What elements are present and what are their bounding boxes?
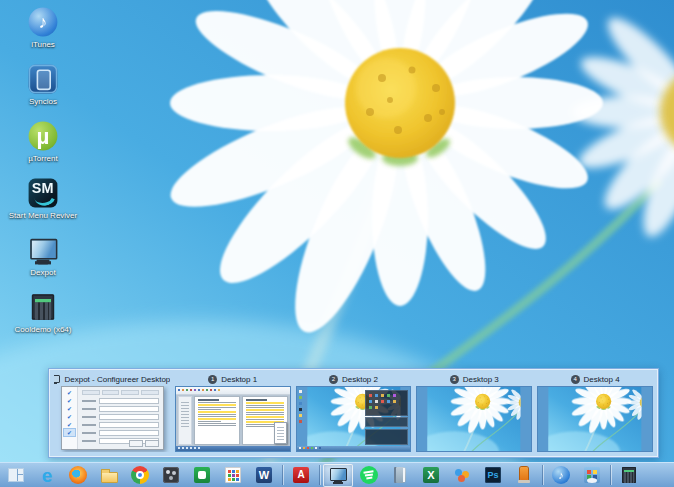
mini-window-2 — [365, 429, 408, 445]
taskbar-word[interactable]: W — [249, 464, 279, 487]
itunes-icon: ♪ — [27, 6, 59, 38]
file-explorer-icon — [99, 465, 119, 485]
desktop-number-badge: 3 — [450, 375, 459, 384]
mini-taskbar-strip — [297, 446, 411, 451]
cooldemo-icon — [27, 291, 59, 323]
desktop-icon-label: Syncios — [29, 98, 57, 107]
taskbar-dexpot[interactable] — [323, 464, 353, 487]
word-icon: W — [254, 465, 274, 485]
preview-thumbnail[interactable] — [296, 386, 412, 452]
desktop-icon-list: ♪iTunesSynciosµµTorrentSMStart Menu Revi… — [0, 4, 86, 346]
preview-title-row: 3Desktop 3 — [416, 372, 532, 386]
preview-title-row: 4Desktop 4 — [537, 372, 653, 386]
dexpot-icon — [27, 234, 59, 266]
preview-title: Dexpot - Configureer Desktops — [64, 375, 169, 384]
desktop-icon-utorrent[interactable]: µµTorrent — [0, 118, 86, 175]
window-icon — [54, 374, 60, 384]
word-window-thumb — [176, 387, 290, 451]
dexpot-desktop-preview-panel: Dexpot - Configureer Desktops✔✔✔✔✔✔1Desk… — [48, 368, 659, 458]
taskbar-color-dots-app[interactable] — [447, 464, 477, 487]
taskbar-device-sync-app[interactable] — [577, 464, 607, 487]
dialog-toolbar — [82, 390, 159, 395]
itunes-icon: ♪ — [551, 465, 571, 485]
desktop-number-badge: 1 — [208, 375, 217, 384]
desktop-number-badge: 2 — [329, 375, 338, 384]
preview-title-row: Dexpot - Configureer Desktops — [54, 372, 170, 386]
taskbar-divider — [542, 465, 543, 485]
desktop-icon-start-menu-reviver[interactable]: SMStart Menu Reviver — [0, 175, 86, 232]
color-dots-app-icon — [452, 465, 472, 485]
dialog-buttons — [129, 440, 159, 447]
utorrent-icon: µ — [27, 120, 59, 152]
excel-icon: X — [421, 465, 441, 485]
taskbar-video-app[interactable] — [187, 464, 217, 487]
firefox-icon — [68, 465, 88, 485]
dialog-sidebar: ✔✔✔✔✔✔ — [62, 387, 78, 449]
word-nav-pane — [178, 396, 192, 445]
notebook-app-icon — [390, 465, 410, 485]
mini-wallpaper — [417, 387, 531, 451]
taskbar-divider — [319, 465, 320, 485]
preview-title: Desktop 4 — [584, 375, 620, 384]
desktop-icon-label: µTorrent — [28, 155, 58, 164]
preview-title: Desktop 2 — [342, 375, 378, 384]
preview-thumbnail[interactable] — [537, 386, 653, 452]
taskbar-start[interactable] — [1, 464, 31, 487]
taskbar-itunes[interactable]: ♪ — [546, 464, 576, 487]
desktop-icon-cooldemo[interactable]: Cooldemo (x64) — [0, 289, 86, 346]
preview-desktop-1[interactable]: 1Desktop 1 — [175, 372, 291, 452]
preview-thumbnail[interactable] — [416, 386, 532, 452]
taskbar-orange-tool[interactable] — [509, 464, 539, 487]
syncios-icon — [27, 63, 59, 95]
adobe-reader-icon: A — [291, 465, 311, 485]
icon-grid-app-icon — [223, 465, 243, 485]
word-toolbar — [176, 387, 290, 395]
taskbar-divider — [282, 465, 283, 485]
taskbar-file-explorer[interactable] — [94, 464, 124, 487]
preview-desktop-4[interactable]: 4Desktop 4 — [537, 372, 653, 452]
rack-monitor-icon — [619, 465, 639, 485]
taskbar-spotify[interactable] — [354, 464, 384, 487]
desktop-icon-label: Dexpot — [30, 269, 55, 278]
preview-desktop-3[interactable]: 3Desktop 3 — [416, 372, 532, 452]
preview-dexpot-window[interactable]: Dexpot - Configureer Desktops✔✔✔✔✔✔ — [54, 372, 170, 452]
start-menu-reviver-icon: SM — [27, 177, 59, 209]
preview-thumbnail[interactable]: ✔✔✔✔✔✔ — [54, 386, 170, 452]
mini-desktop-icons — [299, 390, 303, 430]
desktop-icon-itunes[interactable]: ♪iTunes — [0, 4, 86, 61]
photo-viewer-icon — [161, 465, 181, 485]
preview-thumbnail[interactable] — [175, 386, 291, 452]
taskbar-firefox[interactable] — [63, 464, 93, 487]
taskbar-notebook-app[interactable] — [385, 464, 415, 487]
taskbar-adobe-reader[interactable]: A — [286, 464, 316, 487]
internet-explorer-icon: e — [37, 465, 57, 485]
taskbar-chrome[interactable] — [125, 464, 155, 487]
orange-tool-icon — [514, 465, 534, 485]
taskbar-photoshop[interactable]: Ps — [478, 464, 508, 487]
start-icon — [6, 465, 26, 485]
preview-title: Desktop 1 — [221, 375, 257, 384]
taskbar-icon-grid-app[interactable] — [218, 464, 248, 487]
taskbar[interactable]: eWAXPs♪ — [0, 462, 674, 487]
desktop-icon-dexpot[interactable]: Dexpot — [0, 232, 86, 289]
dialog-form — [78, 387, 163, 449]
taskbar-rack-monitor[interactable] — [614, 464, 644, 487]
photoshop-icon: Ps — [483, 465, 503, 485]
mini-icon-grid-window — [365, 390, 408, 416]
desktop-icon-syncios[interactable]: Syncios — [0, 61, 86, 118]
taskbar-divider — [610, 465, 611, 485]
desktop-icon-label: iTunes — [31, 41, 55, 50]
taskbar-internet-explorer[interactable]: e — [32, 464, 62, 487]
preview-desktop-2[interactable]: 2Desktop 2 — [296, 372, 412, 452]
desktop-number-badge: 4 — [571, 375, 580, 384]
taskbar-excel[interactable]: X — [416, 464, 446, 487]
video-app-icon — [192, 465, 212, 485]
dexpot-icon — [328, 465, 348, 485]
dexpot-settings-dialog-thumb: ✔✔✔✔✔✔ — [61, 386, 164, 450]
spotify-icon — [359, 465, 379, 485]
device-sync-app-icon — [582, 465, 602, 485]
word-taskbar-strip — [176, 446, 290, 451]
taskbar-photo-viewer[interactable] — [156, 464, 186, 487]
desktop-icon-label: Cooldemo (x64) — [15, 326, 72, 335]
word-context-menu — [274, 422, 287, 444]
